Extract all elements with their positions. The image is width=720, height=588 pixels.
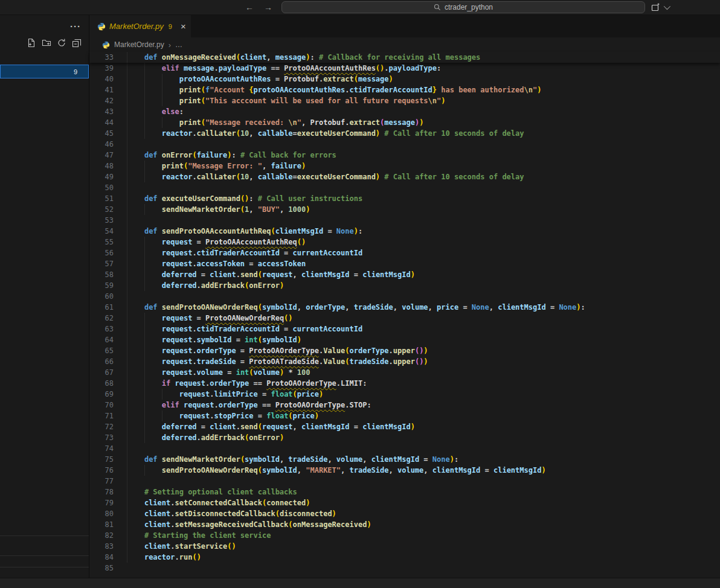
code-line[interactable]: 41 print(f"Account {protoOAAccountAuthRe… bbox=[89, 85, 720, 95]
command-center-search[interactable]: ctrader_python bbox=[281, 1, 645, 13]
code-text[interactable]: else: bbox=[127, 106, 184, 117]
code-line[interactable]: 85 bbox=[89, 563, 720, 574]
code-line[interactable]: 50 bbox=[89, 182, 720, 193]
code-text[interactable] bbox=[127, 215, 144, 226]
code-text[interactable]: deferred.addErrback(onError) bbox=[127, 432, 284, 443]
line-number[interactable]: 74 bbox=[89, 444, 114, 453]
code-text[interactable]: reactor.callLater(10, callable=executeUs… bbox=[127, 128, 524, 139]
line-number[interactable]: 53 bbox=[89, 216, 114, 225]
code-text[interactable] bbox=[127, 291, 144, 302]
section-divider[interactable] bbox=[0, 555, 89, 556]
breadcrumb-file[interactable]: MarketOrder.py bbox=[114, 40, 164, 49]
code-line[interactable]: 61 def sendProtoOANewOrderReq(symbolId, … bbox=[89, 302, 720, 313]
code-text[interactable]: # Setting optional client callbacks bbox=[127, 487, 297, 497]
new-folder-icon[interactable] bbox=[42, 38, 51, 48]
line-number[interactable]: 45 bbox=[89, 129, 114, 138]
new-file-icon[interactable] bbox=[27, 38, 36, 48]
code-line[interactable]: 72 deferred = client.send(request, clien… bbox=[89, 421, 720, 432]
code-text[interactable]: request.symbolId = int(symbolId) bbox=[127, 334, 301, 345]
line-number[interactable]: 64 bbox=[89, 336, 114, 344]
code-line[interactable]: 84 reactor.run() bbox=[89, 552, 720, 563]
code-text[interactable]: def sendNewMarketOrder(symbolId, tradeSi… bbox=[127, 454, 458, 465]
breadcrumb-symbol-ellipsis[interactable]: … bbox=[175, 40, 182, 49]
code-line[interactable]: 57 request.accessToken = accessToken bbox=[89, 258, 720, 269]
code-line[interactable]: 73 deferred.addErrback(onError) bbox=[89, 432, 720, 443]
line-number[interactable]: 82 bbox=[89, 531, 114, 540]
line-number[interactable]: 69 bbox=[89, 390, 114, 398]
code-line[interactable]: 47 def onError(failure): # Call back for… bbox=[89, 150, 720, 161]
code-line[interactable]: 42 print("This acccount will be used for… bbox=[89, 95, 720, 106]
selected-file-row[interactable]: 9 bbox=[0, 65, 89, 78]
line-number[interactable]: 50 bbox=[89, 184, 114, 192]
code-line[interactable]: 74 bbox=[89, 443, 720, 454]
code-text[interactable] bbox=[127, 476, 144, 487]
line-number[interactable]: 44 bbox=[89, 118, 114, 127]
code-text[interactable]: reactor.callLater(10, callable=executeUs… bbox=[127, 171, 524, 182]
line-number[interactable]: 77 bbox=[89, 477, 114, 485]
line-number[interactable]: 85 bbox=[89, 564, 114, 572]
line-number[interactable]: 78 bbox=[89, 488, 114, 496]
code-line[interactable]: 77 bbox=[89, 476, 720, 487]
line-number[interactable]: 81 bbox=[89, 520, 114, 529]
code-text[interactable]: print("This acccount will be used for al… bbox=[127, 95, 445, 106]
code-line[interactable]: 83 client.startService() bbox=[89, 541, 720, 552]
code-text[interactable]: deferred = client.send(request, clientMs… bbox=[127, 421, 415, 432]
code-text[interactable]: reactor.run() bbox=[127, 552, 201, 563]
line-number[interactable]: 42 bbox=[89, 97, 114, 105]
code-text[interactable] bbox=[127, 443, 144, 454]
line-number[interactable]: 39 bbox=[89, 64, 114, 72]
sticky-scroll-line[interactable]: 33 def onMessageReceived(client, message… bbox=[89, 52, 720, 63]
code-line[interactable]: 52 sendNewMarketOrder(1, "BUY", 1000) bbox=[89, 204, 720, 215]
code-text[interactable]: print(f"Account {protoOAAccountAuthRes.c… bbox=[127, 85, 541, 95]
code-line[interactable]: 58 deferred = client.send(request, clien… bbox=[89, 269, 720, 280]
chevron-down-icon[interactable] bbox=[664, 3, 670, 10]
back-arrow-icon[interactable]: ← bbox=[245, 3, 254, 11]
more-actions-icon[interactable]: ··· bbox=[70, 21, 81, 31]
code-line[interactable]: 75 def sendNewMarketOrder(symbolId, trad… bbox=[89, 454, 720, 465]
code-text[interactable] bbox=[127, 139, 144, 150]
code-line[interactable]: 59 deferred.addErrback(onError) bbox=[89, 280, 720, 291]
line-number[interactable]: 33 bbox=[89, 53, 114, 62]
code-text[interactable]: deferred.addErrback(onError) bbox=[127, 280, 284, 291]
line-number[interactable]: 83 bbox=[89, 542, 114, 551]
code-line[interactable]: 39 elif message.payloadType == ProtoOAAc… bbox=[89, 63, 720, 74]
code-line[interactable]: 80 client.setDisconnectedCallback(discon… bbox=[89, 508, 720, 519]
line-number[interactable]: 70 bbox=[89, 401, 114, 409]
code-line[interactable]: 79 client.setConnectedCallback(connected… bbox=[89, 497, 720, 508]
line-number[interactable]: 46 bbox=[89, 140, 114, 149]
line-number[interactable]: 73 bbox=[89, 433, 114, 442]
code-text[interactable]: request.ctidTraderAccountId = currentAcc… bbox=[127, 324, 362, 334]
line-number[interactable]: 48 bbox=[89, 162, 114, 170]
code-line[interactable]: 33 def onMessageReceived(client, message… bbox=[89, 52, 720, 63]
code-text[interactable]: request = ProtoOAAccountAuthReq() bbox=[127, 237, 306, 248]
code-text[interactable]: request.volume = int(volume) * 100 bbox=[127, 367, 310, 378]
code-line[interactable]: 63 request.ctidTraderAccountId = current… bbox=[89, 324, 720, 334]
tab-marketorder-py[interactable]: MarketOrder.py 9 × bbox=[89, 15, 191, 37]
line-number[interactable]: 60 bbox=[89, 292, 114, 301]
code-text[interactable]: print("Message received: \n", Protobuf.e… bbox=[127, 117, 423, 128]
line-number[interactable]: 58 bbox=[89, 270, 114, 279]
code-line[interactable]: 82 # Starting the client service bbox=[89, 530, 720, 541]
line-number[interactable]: 72 bbox=[89, 423, 114, 431]
code-line[interactable]: 62 request = ProtoOANewOrderReq() bbox=[89, 313, 720, 324]
code-line[interactable]: 68 if request.orderType == ProtoOAOrderT… bbox=[89, 378, 720, 389]
line-number[interactable]: 79 bbox=[89, 499, 114, 507]
code-line[interactable]: 46 bbox=[89, 139, 720, 150]
code-text[interactable]: sendProtoOANewOrderReq(symbolId, "MARKET… bbox=[127, 465, 546, 476]
line-number[interactable]: 55 bbox=[89, 238, 114, 246]
code-text[interactable]: print("Message Error: ", failure) bbox=[127, 161, 306, 171]
code-text[interactable]: request.ctidTraderAccountId = currentAcc… bbox=[127, 248, 362, 258]
line-number[interactable]: 65 bbox=[89, 347, 114, 355]
code-line[interactable]: 65 request.orderType = ProtoOAOrderType.… bbox=[89, 345, 720, 356]
code-line[interactable]: 69 request.limitPrice = float(price) bbox=[89, 389, 720, 400]
line-number[interactable]: 62 bbox=[89, 314, 114, 322]
line-number[interactable]: 59 bbox=[89, 281, 114, 290]
close-icon[interactable]: × bbox=[181, 22, 186, 31]
code-line[interactable]: 49 reactor.callLater(10, callable=execut… bbox=[89, 171, 720, 182]
line-number[interactable]: 43 bbox=[89, 107, 114, 116]
code-line[interactable]: 71 request.stopPrice = float(price) bbox=[89, 411, 720, 421]
code-line[interactable]: 51 def executeUserCommand(): # Call user… bbox=[89, 193, 720, 204]
code-line[interactable]: 55 request = ProtoOAAccountAuthReq() bbox=[89, 237, 720, 248]
code-line[interactable]: 81 client.setMessageReceivedCallback(onM… bbox=[89, 519, 720, 530]
line-number[interactable]: 66 bbox=[89, 357, 114, 366]
